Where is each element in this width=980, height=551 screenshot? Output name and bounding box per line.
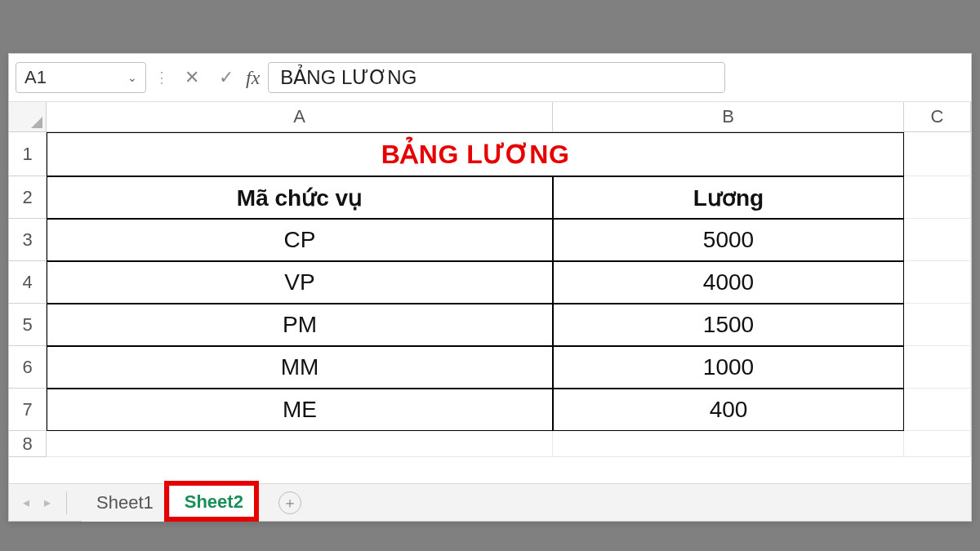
cell-B6[interactable]: 1000 [553, 346, 904, 389]
cell-B4[interactable]: 4000 [553, 261, 904, 304]
row-header-3[interactable]: 3 [9, 219, 47, 261]
cell-A8[interactable] [47, 431, 553, 457]
cell-C7[interactable] [904, 389, 971, 431]
col-header-B[interactable]: B [553, 102, 904, 131]
cell-C2[interactable] [904, 176, 971, 219]
row-header-1[interactable]: 1 [9, 132, 47, 176]
cell-C3[interactable] [904, 219, 971, 261]
cell-B5[interactable]: 1500 [553, 304, 904, 346]
sheet-tab-2[interactable]: Sheet2 [169, 484, 259, 522]
row-header-6[interactable]: 6 [9, 346, 47, 389]
cell-A1-title[interactable]: BẢNG LƯƠNG [47, 132, 904, 176]
formula-bar: A1 ⌄ ⋮ ✕ ✓ fx BẢNG LƯƠNG [9, 54, 971, 102]
formula-input[interactable]: BẢNG LƯƠNG [268, 62, 725, 93]
cell-B7[interactable]: 400 [553, 389, 904, 431]
row-1: 1 BẢNG LƯƠNG [9, 132, 971, 176]
row-3: 3 CP 5000 [9, 219, 971, 261]
row-header-2[interactable]: 2 [9, 176, 47, 219]
cell-A2[interactable]: Mã chức vụ [47, 176, 553, 219]
fx-icon[interactable]: fx [246, 67, 263, 89]
grid: A B C 1 BẢNG LƯƠNG 2 Mã chức vụ Lương 3 … [9, 102, 971, 483]
select-all-corner[interactable] [9, 102, 47, 131]
cell-B3[interactable]: 5000 [553, 219, 904, 261]
cell-C1[interactable] [904, 132, 971, 176]
cell-A5[interactable]: PM [47, 304, 553, 346]
cancel-icon[interactable]: ✕ [177, 63, 207, 92]
cell-A3[interactable]: CP [47, 219, 553, 261]
col-header-A[interactable]: A [47, 102, 553, 131]
plus-icon: ＋ [283, 493, 297, 513]
sheet-tab-bar: ◂ ▸ Sheet1 Sheet2 ＋ [9, 483, 971, 521]
row-2: 2 Mã chức vụ Lương [9, 176, 971, 219]
name-box-value: A1 [24, 67, 47, 88]
name-box[interactable]: A1 ⌄ [16, 62, 146, 93]
separator-dots: ⋮ [151, 69, 172, 87]
cell-A6[interactable]: MM [47, 346, 553, 389]
tab-nav-left-icon[interactable]: ◂ [16, 492, 37, 513]
rows: 1 BẢNG LƯƠNG 2 Mã chức vụ Lương 3 CP 500… [9, 132, 971, 483]
column-headers: A B C [9, 102, 971, 132]
row-header-7[interactable]: 7 [9, 389, 47, 431]
cell-B2[interactable]: Lương [553, 176, 904, 219]
cell-B8[interactable] [553, 431, 904, 457]
formula-value: BẢNG LƯƠNG [280, 66, 416, 89]
tab-separator [66, 491, 67, 514]
cell-C8[interactable] [904, 431, 971, 457]
new-sheet-button[interactable]: ＋ [278, 491, 301, 514]
row-8: 8 [9, 431, 971, 457]
chevron-down-icon: ⌄ [127, 71, 137, 84]
cell-C5[interactable] [904, 304, 971, 346]
row-5: 5 PM 1500 [9, 304, 971, 346]
row-header-4[interactable]: 4 [9, 261, 47, 304]
enter-icon[interactable]: ✓ [212, 63, 241, 92]
cell-A4[interactable]: VP [47, 261, 553, 304]
row-header-8[interactable]: 8 [9, 431, 47, 457]
row-4: 4 VP 4000 [9, 261, 971, 304]
cell-A7[interactable]: ME [47, 389, 553, 431]
row-7: 7 ME 400 [9, 389, 971, 431]
cell-C6[interactable] [904, 346, 971, 389]
cell-C4[interactable] [904, 261, 971, 304]
tab-nav-right-icon[interactable]: ▸ [37, 492, 58, 513]
sheet-tab-1[interactable]: Sheet1 [82, 484, 169, 522]
row-header-5[interactable]: 5 [9, 304, 47, 346]
spreadsheet-app: A1 ⌄ ⋮ ✕ ✓ fx BẢNG LƯƠNG A B C 1 BẢNG LƯ… [8, 53, 972, 522]
row-6: 6 MM 1000 [9, 346, 971, 389]
col-header-C[interactable]: C [904, 102, 971, 131]
